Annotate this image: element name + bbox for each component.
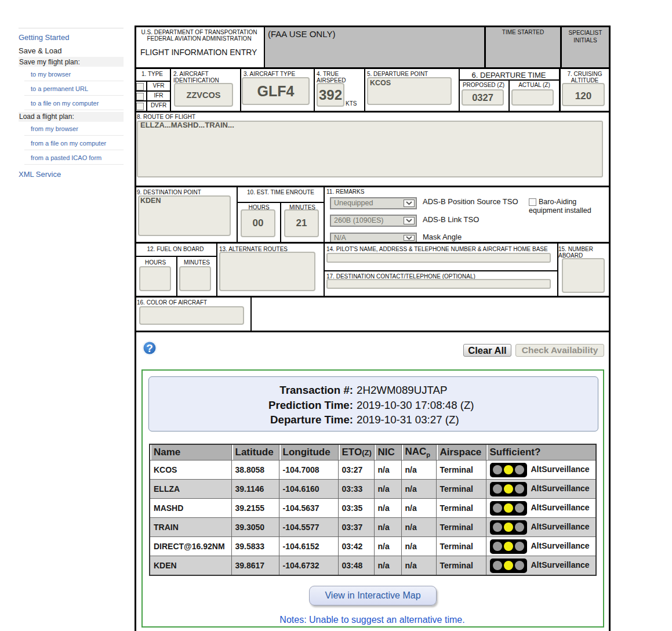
svg-text:?: ? xyxy=(146,342,153,354)
